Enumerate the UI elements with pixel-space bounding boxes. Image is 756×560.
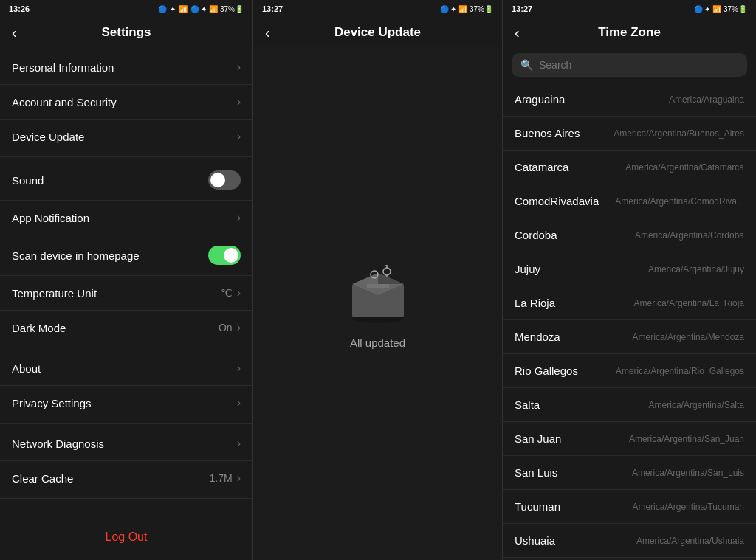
about-item[interactable]: About › [0, 351, 252, 386]
sound-item[interactable]: Sound [0, 160, 252, 201]
timezone-item[interactable]: Mendoza America/Argentina/Mendoza [503, 320, 756, 354]
app-notification-item[interactable]: App Notification › [0, 201, 252, 235]
settings-list: Personal Information › Account and Secur… [0, 47, 252, 514]
search-input[interactable] [539, 59, 738, 71]
dark-mode-value: On [219, 322, 233, 333]
svg-rect-9 [367, 284, 389, 288]
temperature-unit-right: ℃ › [221, 286, 241, 300]
status-icons-middle: 🔵 ✦ 📶 37%🔋 [440, 5, 493, 13]
timezone-code: America/Argentina/San_Juan [629, 434, 744, 444]
back-button-settings[interactable]: ‹ [12, 24, 17, 41]
network-diagnosis-label: Network Diagnosis [12, 438, 104, 450]
device-update-header: ‹ Device Update [253, 18, 502, 47]
temperature-unit-label: Temperature Unit [12, 287, 97, 300]
back-button-timezone[interactable]: ‹ [515, 24, 520, 41]
update-content: All updated [253, 47, 502, 560]
device-update-title: Device Update [334, 25, 421, 40]
app-notification-right: › [237, 211, 241, 224]
timezone-item[interactable]: Tucuman America/Argentina/Tucuman [503, 490, 756, 524]
chevron-icon: › [237, 211, 241, 224]
timezone-city: Catamarca [515, 161, 568, 173]
clear-cache-item[interactable]: Clear Cache 1.7M › [0, 461, 252, 495]
search-input-wrap[interactable]: 🔍 [512, 53, 747, 77]
timezone-city: Jujuy [515, 263, 540, 275]
personal-information-label: Personal Information [12, 61, 114, 74]
timezone-code: America/Argentina/La_Rioja [634, 298, 744, 308]
sound-toggle[interactable] [208, 170, 241, 190]
temperature-unit-item[interactable]: Temperature Unit ℃ › [0, 276, 252, 311]
timezone-city: ComodRivadavia [515, 195, 599, 207]
timezone-item[interactable]: La Rioja America/Argentina/La_Rioja [503, 286, 756, 320]
personal-information-right: › [237, 61, 241, 74]
privacy-settings-right: › [237, 396, 241, 409]
temperature-unit-value: ℃ [221, 287, 233, 299]
search-bar: 🔍 [503, 47, 756, 83]
timezone-city: La Rioja [515, 297, 555, 309]
dark-mode-item[interactable]: Dark Mode On › [0, 311, 252, 345]
clear-cache-label: Clear Cache [12, 472, 73, 485]
account-security-item[interactable]: Account and Security › [0, 85, 252, 120]
device-update-item[interactable]: Device Update › [0, 120, 252, 153]
network-diagnosis-item[interactable]: Network Diagnosis › [0, 426, 252, 461]
section-tools: Network Diagnosis › Clear Cache 1.7M › [0, 424, 252, 499]
status-icons-right: 🔵 ✦ 📶 37%🔋 [694, 5, 747, 13]
logout-button[interactable]: Log Out [12, 523, 241, 551]
chevron-icon: › [237, 362, 241, 375]
settings-title: Settings [101, 25, 151, 40]
svg-point-5 [383, 268, 391, 275]
timezone-item[interactable]: San Juan America/Argentina/San_Juan [503, 422, 756, 456]
timezone-item[interactable]: ComodRivadavia America/Argentina/ComodRi… [503, 184, 756, 218]
timezone-city: Mendoza [515, 331, 560, 343]
dark-mode-label: Dark Mode [12, 322, 66, 334]
timezone-item[interactable]: Cordoba America/Argentina/Cordoba [503, 218, 756, 252]
timezone-code: America/Argentina/Buenos_Aires [614, 128, 744, 139]
search-icon: 🔍 [520, 59, 533, 71]
chevron-icon: › [237, 396, 241, 409]
privacy-settings-label: Privacy Settings [12, 397, 92, 409]
chevron-icon: › [237, 61, 241, 74]
timezone-item[interactable]: Rio Gallegos America/Argentina/Rio_Galle… [503, 354, 756, 388]
time-middle: 13:27 [262, 4, 283, 13]
timezone-item[interactable]: Salta America/Argentina/Salta [503, 388, 756, 422]
network-diagnosis-right: › [237, 437, 241, 450]
account-security-label: Account and Security [12, 96, 117, 108]
svg-marker-3 [378, 273, 404, 284]
timezone-code: America/Argentina/Cordoba [635, 230, 744, 241]
back-button-update[interactable]: ‹ [265, 24, 270, 41]
timezone-code: America/Araguaina [669, 94, 744, 105]
timezone-city: Salta [515, 398, 540, 411]
account-security-right: › [237, 95, 241, 108]
timezone-item[interactable]: Catamarca America/Argentina/Catamarca [503, 151, 756, 184]
scan-device-toggle[interactable] [208, 246, 241, 265]
timezone-list: Araguaina America/Araguaina Buenos Aires… [503, 83, 756, 560]
timezone-city: Cordoba [515, 229, 557, 241]
timezone-city: Ushuaia [515, 534, 555, 547]
section-preferences: Sound App Notification › Scan device in … [0, 157, 252, 348]
update-icon-svg [341, 258, 415, 325]
section-legal: About › Privacy Settings › [0, 348, 252, 424]
status-bar-middle: 13:27 🔵 ✦ 📶 37%🔋 [253, 0, 502, 18]
chevron-icon: › [237, 321, 241, 334]
timezone-item[interactable]: Buenos Aires America/Argentina/Buenos_Ai… [503, 117, 756, 151]
timezone-item[interactable]: Ushuaia America/Argentina/Ushuaia [503, 524, 756, 558]
timezone-item[interactable]: Araguaina America/Araguaina [503, 83, 756, 117]
chevron-icon: › [237, 471, 241, 485]
timezone-panel: 13:27 🔵 ✦ 📶 37%🔋 ‹ Time Zone 🔍 Araguaina… [503, 0, 756, 560]
timezone-header: ‹ Time Zone [503, 18, 756, 47]
personal-information-item[interactable]: Personal Information › [0, 50, 252, 85]
timezone-item[interactable]: San Luis America/Argentina/San_Luis [503, 456, 756, 490]
scan-device-item[interactable]: Scan device in homepage [0, 235, 252, 276]
timezone-code: America/Argentina/Rio_Gallegos [616, 366, 744, 376]
about-label: About [12, 362, 41, 375]
logout-section: Log Out [0, 514, 252, 560]
chevron-icon: › [237, 95, 241, 108]
clear-cache-right: 1.7M › [210, 471, 241, 485]
timezone-item[interactable]: Jujuy America/Argentina/Jujuy [503, 252, 756, 286]
timezone-city: Araguaina [515, 93, 565, 106]
privacy-settings-item[interactable]: Privacy Settings › [0, 386, 252, 420]
timezone-code: America/Argentina/Mendoza [633, 332, 744, 342]
update-illustration [341, 258, 415, 325]
timezone-code: America/Argentina/Jujuy [648, 264, 744, 274]
timezone-code: America/Argentina/ComodRiva... [615, 196, 744, 207]
timezone-city: Buenos Aires [515, 127, 580, 139]
